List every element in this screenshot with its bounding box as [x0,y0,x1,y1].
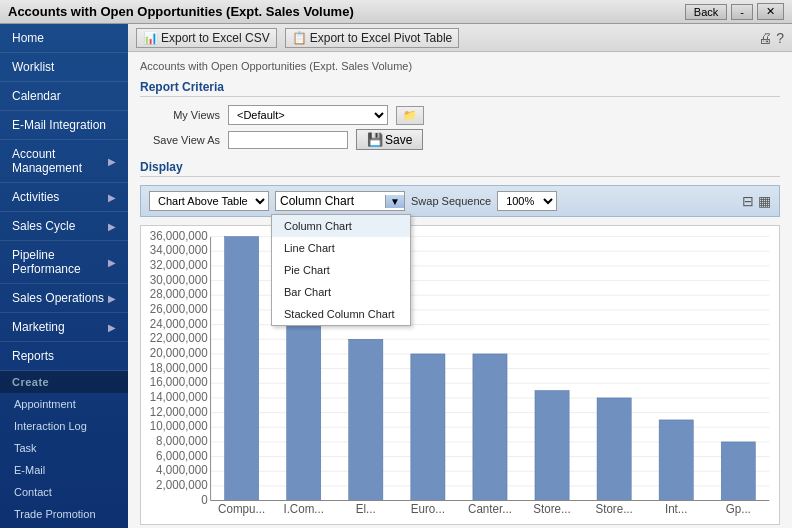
print-button[interactable]: 🖨 [758,30,772,46]
svg-text:0: 0 [201,492,208,507]
chevron-right-icon: ▶ [108,293,116,304]
toolbar: 📊 Export to Excel CSV 📋 Export to Excel … [128,24,792,52]
export-csv-button[interactable]: 📊 Export to Excel CSV [136,28,277,48]
sidebar-item-sales-cycle[interactable]: Sales Cycle▶ [0,212,128,241]
svg-text:26,000,000: 26,000,000 [150,302,208,317]
chart-dropdown-item-2[interactable]: Pie Chart [272,259,410,281]
criteria-header: Report Criteria [140,80,780,97]
sidebar-item-label: Account Management [12,147,108,175]
help-button[interactable]: ? [776,30,784,46]
chart-type-dropdown[interactable]: Column Chart ▼ [275,191,405,211]
chart-svg: 02,000,0004,000,0006,000,0008,000,00010,… [141,226,779,524]
svg-text:30,000,000: 30,000,000 [150,272,208,287]
page-content: Accounts with Open Opportunities (Expt. … [128,52,792,528]
zoom-select[interactable]: 100% [497,191,557,211]
svg-rect-54 [721,442,755,501]
create-item-task[interactable]: Task [0,437,128,459]
svg-text:18,000,000: 18,000,000 [150,360,208,375]
sidebar-item-worklist[interactable]: Worklist [0,53,128,82]
my-views-select[interactable]: <Default> [228,105,388,125]
sidebar-item-home[interactable]: Home [0,24,128,53]
save-view-button[interactable]: 💾 Save [356,129,423,150]
svg-text:22,000,000: 22,000,000 [150,331,208,346]
page-title: Accounts with Open Opportunities (Expt. … [8,4,354,19]
svg-text:20,000,000: 20,000,000 [150,346,208,361]
svg-text:Compu...: Compu... [218,502,265,517]
sidebar-item-calendar[interactable]: Calendar [0,82,128,111]
report-criteria-section: Report Criteria My Views <Default> 📁 Sav… [140,80,780,150]
chevron-right-icon: ▶ [108,156,116,167]
chart-dropdown-item-0[interactable]: Column Chart [272,215,410,237]
svg-text:Euro...: Euro... [411,502,445,517]
toolbar-right: 🖨 ? [758,30,784,46]
svg-rect-38 [225,237,259,501]
svg-text:16,000,000: 16,000,000 [150,375,208,390]
svg-text:14,000,000: 14,000,000 [150,390,208,405]
svg-text:4,000,000: 4,000,000 [156,463,208,478]
svg-text:El...: El... [356,502,376,517]
create-item-interaction-log[interactable]: Interaction Log [0,415,128,437]
svg-text:32,000,000: 32,000,000 [150,258,208,273]
create-item-appointment[interactable]: Appointment [0,393,128,415]
chart-type-value: Column Chart [280,194,381,208]
sidebar-item-pipeline-performance[interactable]: Pipeline Performance▶ [0,241,128,284]
svg-text:24,000,000: 24,000,000 [150,316,208,331]
sidebar-item-account-management[interactable]: Account Management▶ [0,140,128,183]
chevron-right-icon: ▶ [108,221,116,232]
display-controls: Chart Above Table Column Chart ▼ Swap Se… [140,185,780,217]
chart-area: 02,000,0004,000,0006,000,0008,000,00010,… [140,225,780,525]
sidebar: HomeWorklistCalendarE-Mail IntegrationAc… [0,24,128,528]
sidebar-item-label: E-Mail Integration [12,118,106,132]
chart-dropdown-item-1[interactable]: Line Chart [272,237,410,259]
chevron-right-icon: ▶ [108,257,116,268]
sidebar-item-label: Marketing [12,320,65,334]
table-icon-button[interactable]: ▦ [758,193,771,209]
sidebar-item-label: Home [12,31,44,45]
my-views-label: My Views [140,109,220,121]
svg-text:6,000,000: 6,000,000 [156,448,208,463]
sidebar-item-sales-operations[interactable]: Sales Operations▶ [0,284,128,313]
svg-rect-44 [411,354,445,501]
sidebar-item-activities[interactable]: Activities▶ [0,183,128,212]
my-views-icon-btn[interactable]: 📁 [396,106,424,125]
create-item-contact[interactable]: Contact [0,481,128,503]
sidebar-item-e-mail-integration[interactable]: E-Mail Integration [0,111,128,140]
svg-text:8,000,000: 8,000,000 [156,434,208,449]
minimize-button[interactable]: - [731,4,753,20]
svg-text:36,000,000: 36,000,000 [150,228,208,243]
my-views-row: My Views <Default> 📁 [140,105,780,125]
svg-text:12,000,000: 12,000,000 [150,404,208,419]
sidebar-item-label: Sales Cycle [12,219,75,233]
create-item-trade-promotion[interactable]: Trade Promotion [0,503,128,525]
save-view-input[interactable] [228,131,348,149]
svg-text:28,000,000: 28,000,000 [150,287,208,302]
export-pivot-button[interactable]: 📋 Export to Excel Pivot Table [285,28,460,48]
app-container: HomeWorklistCalendarE-Mail IntegrationAc… [0,24,792,528]
sidebar-item-marketing[interactable]: Marketing▶ [0,313,128,342]
sidebar-item-reports[interactable]: Reports [0,342,128,371]
close-button[interactable]: ✕ [757,3,784,20]
chart-dropdown-item-4[interactable]: Stacked Column Chart [272,303,410,325]
chevron-right-icon: ▶ [108,192,116,203]
sidebar-item-label: Worklist [12,60,54,74]
save-view-label: Save View As [140,134,220,146]
display-icons: ⊟ ▦ [742,193,771,209]
svg-text:Int...: Int... [665,502,688,517]
main-content: 📊 Export to Excel CSV 📋 Export to Excel … [128,24,792,528]
page-subtitle: Accounts with Open Opportunities (Expt. … [140,60,780,72]
swap-sequence-label: Swap Sequence [411,195,491,207]
filter-icon-button[interactable]: ⊟ [742,193,754,209]
chart-dropdown-item-3[interactable]: Bar Chart [272,281,410,303]
chart-position-select[interactable]: Chart Above Table [149,191,269,211]
back-button[interactable]: Back [685,4,727,20]
floppy-icon: 💾 [367,132,383,147]
svg-rect-48 [535,391,569,501]
create-item-e-mail[interactable]: E-Mail [0,459,128,481]
sidebar-item-label: Calendar [12,89,61,103]
sidebar-item-label: Sales Operations [12,291,104,305]
save-view-row: Save View As 💾 Save [140,129,780,150]
title-buttons: Back - ✕ [685,3,784,20]
excel-icon: 📊 [143,31,158,45]
svg-text:34,000,000: 34,000,000 [150,243,208,258]
svg-text:2,000,000: 2,000,000 [156,478,208,493]
